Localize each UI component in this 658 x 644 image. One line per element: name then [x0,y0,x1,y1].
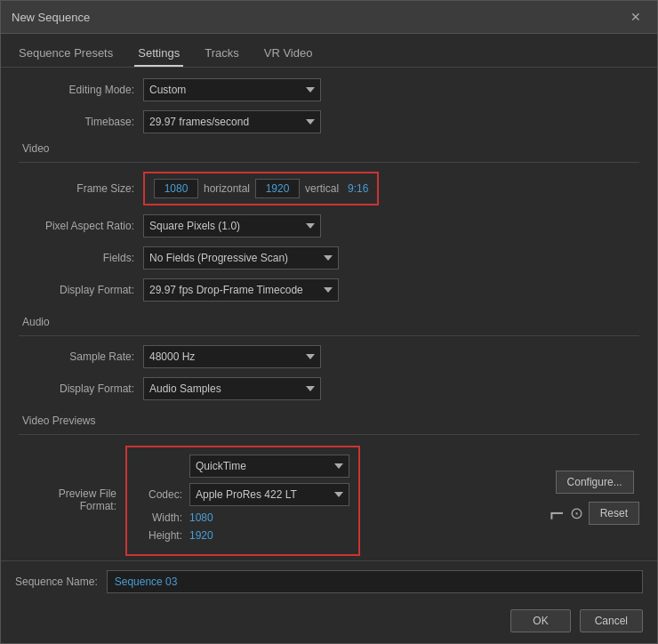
height-value: 1920 [189,529,213,542]
timebase-row: Timebase: 29.97 frames/second [19,110,639,133]
horizontal-label: horizontal [204,182,250,195]
video-previews-inner: Preview File Format: QuickTime [19,444,639,560]
link-icon: ⊙ [570,503,583,523]
video-display-format-label: Display Format: [19,284,143,296]
sequence-name-label: Sequence Name: [15,576,98,588]
frame-size-label: Frame Size: [19,182,143,195]
tab-vr-video[interactable]: VR Video [261,41,317,67]
timebase-label: Timebase: [19,116,143,128]
pixel-aspect-label: Pixel Aspect Ratio: [19,220,143,232]
aspect-ratio: 9:16 [348,182,368,195]
codec-select[interactable]: Apple ProRes 422 LT [189,483,349,506]
tab-tracks[interactable]: Tracks [201,41,243,67]
pixel-aspect-row: Pixel Aspect Ratio: Square Pixels (1.0) [19,214,639,237]
preview-format-inner-row: QuickTime [136,455,349,478]
video-previews-divider [19,434,639,435]
width-value: 1080 [189,511,213,524]
tab-settings[interactable]: Settings [134,41,183,67]
ok-button[interactable]: OK [510,609,570,632]
sequence-name-input[interactable] [107,570,643,593]
audio-display-format-row: Display Format: Audio Samples [19,377,639,400]
video-previews-left: Preview File Format: QuickTime [19,444,541,560]
editing-mode-select[interactable]: Custom [143,78,321,101]
frame-size-row: Frame Size: horizontal vertical 9:16 [19,172,639,205]
reset-button[interactable]: Reset [589,502,639,525]
frame-size-box: horizontal vertical 9:16 [143,172,379,205]
audio-display-format-label: Display Format: [19,382,143,395]
video-display-format-row: Display Format: 29.97 fps Drop-Frame Tim… [19,278,639,302]
video-divider [19,162,639,163]
fields-select[interactable]: No Fields (Progressive Scan) [143,246,339,270]
video-section-title: Video [19,142,639,155]
sequence-name-bar: Sequence Name: [1,560,657,602]
editing-mode-row: Editing Mode: Custom [19,78,639,101]
codec-row: Codec: Apple ProRes 422 LT [136,483,349,506]
cancel-button[interactable]: Cancel [580,609,643,632]
dialog-title: New Sequence [12,11,90,24]
audio-divider [19,335,639,336]
width-row: Width: 1080 [136,511,349,524]
audio-display-format-select[interactable]: Audio Samples [143,377,321,400]
reset-area: ⌐ ⊙ Reset [550,501,639,526]
tab-sequence-presets[interactable]: Sequence Presets [15,41,116,67]
codec-label: Codec: [136,488,189,501]
frame-size-horizontal-input[interactable] [154,179,198,198]
fields-label: Fields: [19,252,143,264]
settings-content: Editing Mode: Custom Timebase: 29.97 fra… [1,68,657,560]
editing-mode-label: Editing Mode: [19,84,143,96]
title-bar: New Sequence ✕ [1,1,657,34]
tab-bar: Sequence Presets Settings Tracks VR Vide… [1,34,657,68]
new-sequence-dialog: New Sequence ✕ Sequence Presets Settings… [0,0,658,644]
sample-rate-row: Sample Rate: 48000 Hz [19,345,639,368]
video-previews-right: Configure... ⌐ ⊙ Reset [550,444,639,526]
preview-file-format-label: Preview File Format: [19,487,125,512]
sample-rate-select[interactable]: 48000 Hz [143,345,321,368]
video-display-format-select[interactable]: 29.97 fps Drop-Frame Timecode [143,278,339,302]
preview-format-select[interactable]: QuickTime [189,455,349,478]
width-label: Width: [136,511,189,524]
frame-size-vertical-input[interactable] [255,179,300,198]
footer: OK Cancel [1,602,657,643]
preview-settings-box: QuickTime Codec: Apple ProRes 422 LT [125,446,360,556]
bracket-icon: ⌐ [550,501,564,526]
height-label: Height: [136,529,189,542]
video-previews-section-title: Video Previews [19,415,639,427]
configure-button[interactable]: Configure... [556,471,634,494]
timebase-select[interactable]: 29.97 frames/second [143,110,321,133]
sample-rate-label: Sample Rate: [19,350,143,363]
close-button[interactable]: ✕ [625,8,646,26]
preview-file-format-row: Preview File Format: QuickTime [19,444,541,556]
audio-section-title: Audio [19,316,639,328]
pixel-aspect-select[interactable]: Square Pixels (1.0) [143,214,321,237]
height-row: Height: 1920 [136,529,349,542]
fields-row: Fields: No Fields (Progressive Scan) [19,246,639,270]
vertical-label: vertical [305,182,339,195]
